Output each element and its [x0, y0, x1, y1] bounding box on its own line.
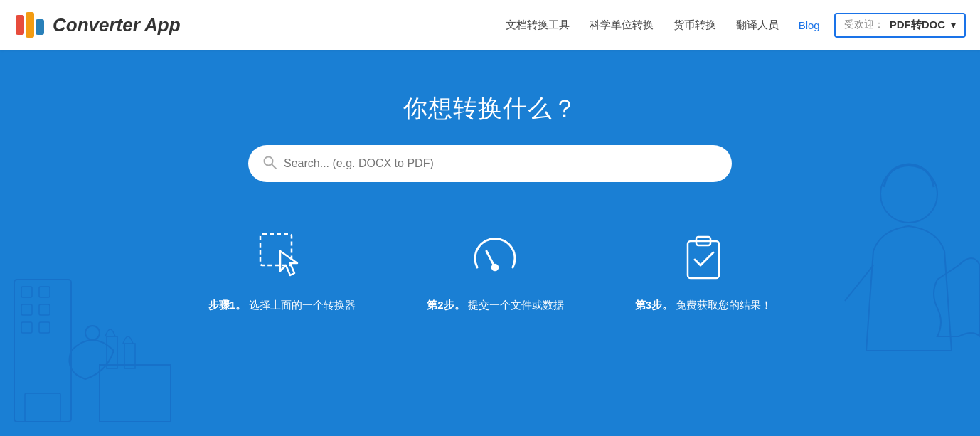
nav-translator[interactable]: 翻译人员	[736, 18, 779, 32]
step2-bold: 第2步。	[427, 299, 464, 311]
step2-text: 提交一个文件或数据	[465, 299, 564, 311]
svg-line-17	[272, 164, 277, 169]
step1-bold: 步骤1。	[208, 299, 246, 311]
svg-rect-2	[36, 19, 44, 35]
svg-rect-4	[21, 287, 32, 297]
search-bar[interactable]	[248, 145, 732, 182]
search-icon	[262, 155, 277, 173]
logo-title: Converter App	[53, 14, 181, 36]
svg-rect-22	[688, 241, 719, 278]
bg-decoration-left	[0, 151, 199, 436]
step1-label: 步骤1。 选择上面的一个转换器	[208, 299, 356, 312]
svg-point-21	[492, 265, 498, 270]
svg-rect-10	[25, 393, 60, 422]
svg-point-11	[85, 326, 100, 340]
step1-icon	[250, 225, 314, 289]
logo-area[interactable]: Converter App	[14, 9, 213, 41]
svg-rect-12	[100, 365, 171, 422]
nav-sci-unit[interactable]: 科学单位转换	[590, 18, 654, 32]
svg-point-16	[265, 156, 273, 165]
svg-rect-3	[14, 280, 71, 422]
svg-marker-19	[280, 251, 297, 275]
step-3: 第3步。 免费获取您的结果！	[635, 225, 772, 312]
svg-rect-9	[39, 322, 50, 333]
step3-label: 第3步。 免费获取您的结果！	[635, 299, 772, 312]
step3-icon	[671, 225, 735, 289]
step-1: 步骤1。 选择上面的一个转换器	[208, 225, 356, 312]
svg-rect-8	[21, 322, 32, 333]
main-nav: 文档转换工具 科学单位转换 货币转换 翻译人员 Blog	[213, 18, 820, 32]
step3-text: 免费获取您的结果！	[673, 299, 772, 311]
svg-rect-7	[39, 304, 50, 315]
welcome-dropdown[interactable]: 受欢迎： PDF转DOC ▾	[834, 13, 966, 38]
welcome-value: PDF转DOC	[890, 18, 945, 32]
header: Converter App 文档转换工具 科学单位转换 货币转换 翻译人员 Bl…	[0, 0, 980, 50]
step-2: 第2步。 提交一个文件或数据	[427, 225, 564, 312]
svg-rect-5	[39, 287, 50, 297]
svg-rect-13	[107, 336, 117, 368]
svg-rect-6	[21, 304, 32, 315]
hero-section: 你想转换什么？ 步骤1。 选择上面的一个转换器	[0, 50, 980, 436]
step2-icon	[463, 225, 527, 289]
step1-text: 选择上面的一个转换器	[246, 299, 356, 311]
logo-icon	[14, 9, 46, 41]
chevron-down-icon: ▾	[951, 19, 956, 31]
step2-label: 第2步。 提交一个文件或数据	[427, 299, 564, 312]
svg-rect-0	[16, 15, 24, 35]
search-input[interactable]	[284, 157, 718, 170]
steps-section: 步骤1。 选择上面的一个转换器 第2步。 提交一个文件或数据	[208, 225, 772, 312]
hero-title: 你想转换什么？	[403, 92, 577, 125]
step3-bold: 第3步。	[635, 299, 673, 311]
svg-rect-18	[260, 234, 292, 265]
nav-blog[interactable]: Blog	[799, 19, 820, 31]
nav-doc-convert[interactable]: 文档转换工具	[506, 18, 570, 32]
nav-currency[interactable]: 货币转换	[673, 18, 716, 32]
svg-rect-1	[26, 12, 34, 38]
welcome-label: 受欢迎：	[844, 18, 884, 31]
bg-decoration-right	[795, 137, 980, 436]
